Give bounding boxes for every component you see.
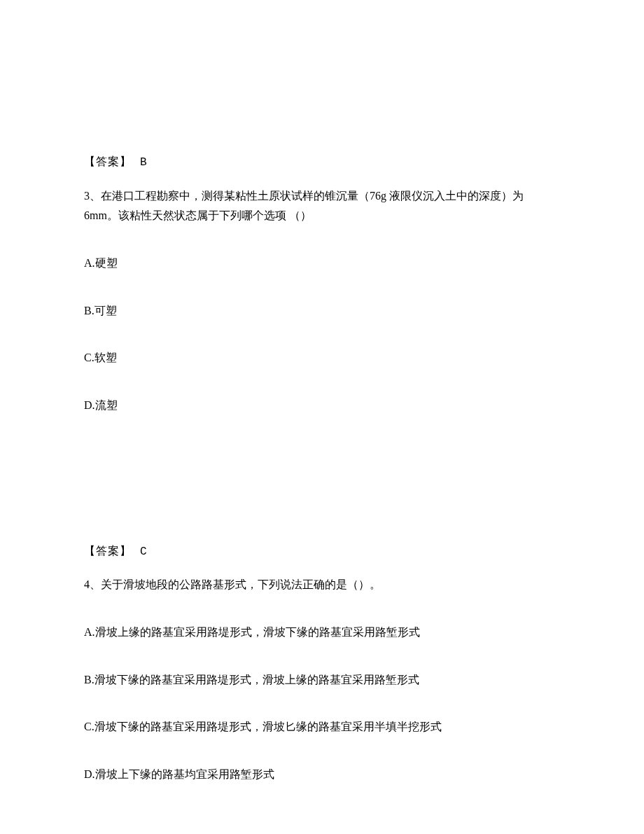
answer-value: C — [140, 545, 147, 558]
question-3-option-b: B.可塑 — [84, 302, 560, 320]
answer-value: B — [140, 156, 147, 169]
question-3-text: 3、在港口工程勘察中，测得某粘性土原状试样的锥沉量（76g 液限仪沉入土中的深度… — [84, 186, 560, 227]
question-3-option-d: D.流塑 — [84, 396, 560, 415]
answer-label: 【答案】 — [84, 545, 132, 557]
question-4-option-a: A.滑坡上缘的路基宜采用路堤形式，滑坡下缘的路基宜采用路堑形式 — [84, 623, 560, 641]
question-4-text: 4、关于滑坡地段的公路路基形式，下列说法正确的是（）。 — [84, 575, 560, 595]
question-3-section: 【答案】 B 3、在港口工程勘察中，测得某粘性土原状试样的锥沉量（76g 液限仪… — [84, 0, 560, 415]
answer-label: 【答案】 — [84, 155, 132, 167]
question-3-option-c: C.软塑 — [84, 349, 560, 367]
previous-answer-block: 【答案】 B — [84, 153, 560, 172]
question-4-option-b: B.滑坡下缘的路基宜采用路堤形式，滑坡上缘的路基宜采用路堑形式 — [84, 671, 560, 689]
question-4-section: 【答案】 C 4、关于滑坡地段的公路路基形式，下列说法正确的是（）。 A.滑坡上… — [84, 444, 560, 784]
question-3-option-a: A.硬塑 — [84, 254, 560, 272]
question-4-option-c: C.滑坡下缘的路基宜采用路堤形式，滑坡匕缘的路基宜采用半填半挖形式 — [84, 718, 560, 736]
answer-3-block: 【答案】 C — [84, 542, 560, 562]
question-4-option-d: D.滑坡上下缘的路基均宜采用路堑形式 — [84, 765, 560, 784]
